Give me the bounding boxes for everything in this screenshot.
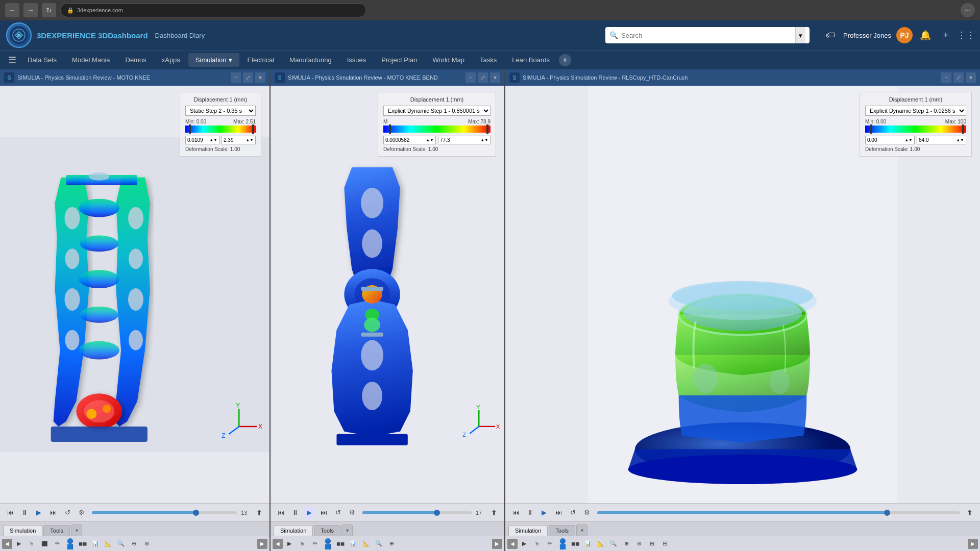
toolbar-btn-1h[interactable]: 📐 (102, 538, 114, 550)
pause-button-3[interactable]: ⏸ (524, 507, 536, 519)
toolbar-btn-3f[interactable]: 📊 (582, 538, 594, 550)
toolbar-btn-3g[interactable]: 📐 (595, 538, 607, 550)
toolbar-btn-2d[interactable]: 🔵🟦 (322, 538, 334, 550)
nav-item-model-mania[interactable]: Model Mania (65, 53, 117, 67)
panel-expand-1[interactable]: ⤢ (243, 72, 253, 83)
toolbar-btn-3k[interactable]: ⊞ (646, 538, 658, 550)
toolbar-btn-2e[interactable]: ◼◼ (334, 538, 347, 550)
skip-to-start-button-2[interactable]: ⏮ (275, 507, 287, 519)
url-bar[interactable]: 🔒 3dexperience.com (60, 3, 366, 17)
disp-input-high-1[interactable]: 2.39 ▲▼ (222, 136, 256, 144)
nav-item-project-plan[interactable]: Project Plan (374, 53, 424, 67)
search-input[interactable] (621, 32, 792, 39)
hamburger-button[interactable]: ☰ (4, 52, 20, 68)
toolbar-btn-2c[interactable]: ✏ (309, 538, 321, 550)
grid-icon[interactable]: ⋮⋮ (959, 28, 974, 43)
toolbar-btn-2i[interactable]: ⊕ (385, 538, 398, 550)
toolbar-btn-1k[interactable]: ⊗ (140, 538, 153, 550)
sim-tab-simulation-2[interactable]: Simulation (274, 525, 313, 536)
nav-item-manufacturing[interactable]: Manufacturing (282, 53, 338, 67)
sim-tab-dropdown-1[interactable]: ▾ (71, 524, 82, 536)
toolbar-btn-2f[interactable]: 📊 (347, 538, 359, 550)
nav-item-lean-boards[interactable]: Lean Boards (505, 53, 557, 67)
toolbar-btn-2b[interactable]: 🖱 (296, 538, 308, 550)
toolbar-btn-1f[interactable]: ◼◼ (77, 538, 89, 550)
share-button-3[interactable]: ⬆ (964, 507, 976, 519)
nav-item-datasets[interactable]: Data Sets (20, 53, 64, 67)
toolbar-btn-1j[interactable]: ⊕ (128, 538, 140, 550)
panel-expand-2[interactable]: ⤢ (478, 72, 488, 83)
panel-minimize-1[interactable]: − (231, 72, 241, 83)
sim-tab-tools-3[interactable]: Tools (549, 525, 575, 536)
progress-slider-3[interactable] (597, 511, 960, 514)
tag-icon[interactable]: 🏷 (823, 28, 838, 43)
pause-button-1[interactable]: ⏸ (18, 507, 31, 519)
browser-forward-button[interactable]: → (23, 3, 38, 17)
panel-expand-3[interactable]: ⤢ (953, 72, 964, 83)
disp-input-high-3[interactable]: 64.0 ▲▼ (917, 136, 966, 144)
panel-minimize-3[interactable]: − (941, 72, 951, 83)
nav-item-world-map[interactable]: World Map (425, 53, 472, 67)
progress-thumb-1[interactable] (193, 510, 199, 516)
browser-extensions-button[interactable]: ⋯ (961, 3, 975, 17)
sim-tab-tools-1[interactable]: Tools (43, 525, 70, 536)
toolbar-btn-1b[interactable]: 🖱 (26, 538, 38, 550)
share-button-2[interactable]: ⬆ (488, 507, 500, 519)
toolbar-btn-1a[interactable]: ▶ (13, 538, 25, 550)
toolbar-btn-3j[interactable]: ⊗ (633, 538, 645, 550)
toolbar-btn-2h[interactable]: 🔍 (373, 538, 385, 550)
step-select-3[interactable]: Explicit Dynamic Step 1 - 0.0256 s (865, 106, 966, 116)
skip-to-start-button-1[interactable]: ⏮ (4, 507, 16, 519)
toolbar-btn-2a[interactable]: ▶ (283, 538, 296, 550)
play-button-1[interactable]: ▶ (33, 507, 45, 519)
progress-slider-1[interactable] (92, 511, 237, 514)
toolbar-btn-3e[interactable]: ◼◼ (569, 538, 581, 550)
play-button-2[interactable]: ▶ (303, 507, 315, 519)
loop-button-1[interactable]: ↺ (61, 507, 74, 519)
nav-item-simulation[interactable]: Simulation ▾ (188, 53, 239, 67)
toolbar-btn-3a[interactable]: ▶ (518, 538, 530, 550)
sim-tab-tools-2[interactable]: Tools (314, 525, 340, 536)
pause-button-2[interactable]: ⏸ (289, 507, 301, 519)
toolbar-btn-1d[interactable]: ✏ (51, 538, 63, 550)
sim-tab-dropdown-3[interactable]: ▾ (576, 524, 587, 536)
progress-slider-2[interactable] (362, 511, 472, 514)
browser-back-button[interactable]: ← (5, 3, 19, 17)
nav-add-button[interactable]: + (559, 54, 571, 66)
sim-tab-simulation-3[interactable]: Simulation (508, 525, 548, 536)
disp-input-low-2[interactable]: 0.0000582 ▲▼ (383, 136, 436, 144)
toolbar-prev-1[interactable]: ◀ (2, 539, 12, 549)
loop-button-3[interactable]: ↺ (567, 507, 579, 519)
panel-dropdown-2[interactable]: ▾ (490, 72, 500, 83)
toolbar-btn-3i[interactable]: ⊕ (620, 538, 632, 550)
toolbar-next-2[interactable]: ▶ (492, 539, 502, 549)
add-icon[interactable]: + (938, 28, 953, 43)
toolbar-btn-3h[interactable]: 🔍 (607, 538, 620, 550)
nav-item-issues[interactable]: Issues (340, 53, 374, 67)
panel-minimize-2[interactable]: − (465, 72, 476, 83)
panel-dropdown-1[interactable]: ▾ (255, 72, 265, 83)
nav-item-xapps[interactable]: xApps (155, 53, 187, 67)
settings-button-2[interactable]: ⚙ (346, 507, 358, 519)
toolbar-prev-2[interactable]: ◀ (273, 539, 283, 549)
search-dropdown-button[interactable]: ▾ (795, 27, 805, 43)
skip-to-start-button-3[interactable]: ⏮ (509, 507, 522, 519)
disp-input-low-1[interactable]: 0.0109 ▲▼ (185, 136, 219, 144)
toolbar-btn-3d[interactable]: 🔵🟦 (556, 538, 569, 550)
settings-button-1[interactable]: ⚙ (76, 507, 88, 519)
browser-refresh-button[interactable]: ↻ (42, 3, 56, 17)
loop-button-2[interactable]: ↺ (332, 507, 344, 519)
toolbar-btn-3l[interactable]: ⊟ (658, 538, 671, 550)
toolbar-btn-3c[interactable]: ✏ (544, 538, 556, 550)
disp-input-low-3[interactable]: 0.00 ▲▼ (865, 136, 915, 144)
toolbar-btn-1i[interactable]: 🔍 (115, 538, 127, 550)
sim-tab-dropdown-2[interactable]: ▾ (341, 524, 353, 536)
step-select-1[interactable]: Static Step 2 - 0.35 s (185, 106, 256, 116)
skip-to-end-button-3[interactable]: ⏭ (552, 507, 565, 519)
toolbar-prev-3[interactable]: ◀ (507, 539, 518, 549)
panel-dropdown-3[interactable]: ▾ (966, 72, 976, 83)
sim-tab-simulation-1[interactable]: Simulation (3, 525, 42, 536)
toolbar-next-3[interactable]: ▶ (968, 539, 978, 549)
settings-button-3[interactable]: ⚙ (581, 507, 593, 519)
toolbar-btn-1g[interactable]: 📊 (89, 538, 102, 550)
